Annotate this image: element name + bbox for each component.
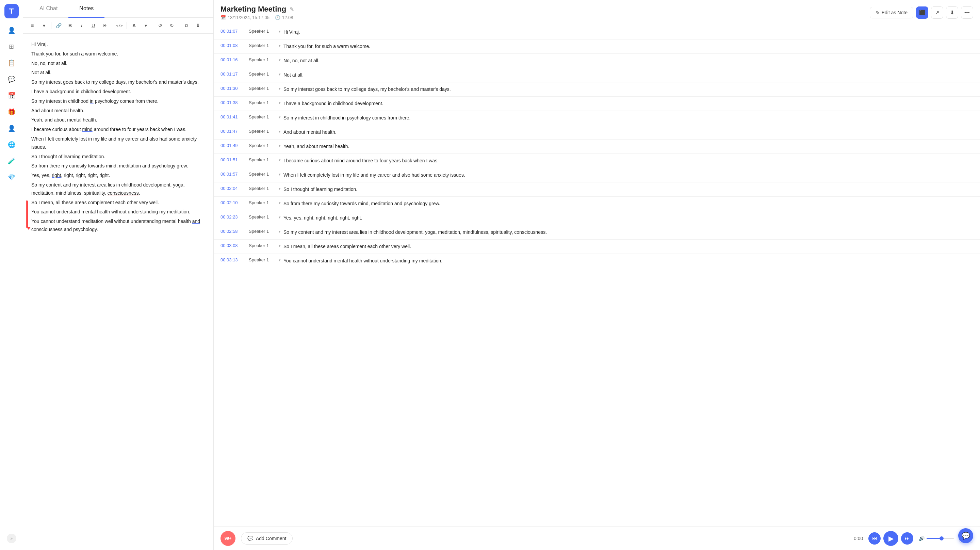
add-comment-button[interactable]: 💬 Add Comment [241,532,293,545]
sidebar-item-document[interactable]: 📋 [5,56,19,70]
transcript-row[interactable]: 00:01:08 Speaker 1 ▾ Thank you for, for … [214,40,980,54]
transcript-time[interactable]: 00:01:07 [221,29,246,34]
transcript-row[interactable]: 00:01:41 Speaker 1 ▾ So my interest in c… [214,111,980,125]
transcript-time[interactable]: 00:03:08 [221,243,246,248]
transcript-time[interactable]: 00:01:38 [221,100,246,105]
transcript-time[interactable]: 00:01:51 [221,157,246,163]
rewind-icon: ⏮ [872,536,877,542]
link-button[interactable]: 🔗 [53,21,64,30]
transcript-time[interactable]: 00:01:47 [221,129,246,134]
editor-line-15: So my content and my interest area lies … [31,181,205,198]
sidebar-collapse-button[interactable]: » [7,534,16,543]
transcript-text: So I thought of learning meditation. [283,186,973,193]
error-indicator [26,201,28,228]
transcript-time[interactable]: 00:02:04 [221,186,246,191]
sidebar-item-user[interactable]: 👤 [5,121,19,136]
save-icon: ⬛ [919,10,926,16]
share-icon: ↗ [935,10,940,16]
transcript-row[interactable]: 00:01:17 Speaker 1 ▾ Not at all. [214,68,980,82]
transcript-speaker: Speaker 1 [249,86,276,91]
sidebar-item-grid[interactable]: ⊞ [5,40,19,54]
rewind-button[interactable]: ⏮ [869,532,881,545]
download-button[interactable]: ⬇ [946,6,958,19]
transcript-time[interactable]: 00:03:13 [221,257,246,262]
tab-notes[interactable]: Notes [68,0,105,18]
strikethrough-button[interactable]: S [100,21,110,30]
transcript-row[interactable]: 00:01:47 Speaker 1 ▾ And about mental he… [214,125,980,140]
transcript-time[interactable]: 00:01:49 [221,143,246,148]
fast-forward-button[interactable]: ⏭ [901,532,913,545]
redo-icon: ↻ [170,23,174,28]
volume-track[interactable] [927,538,954,539]
text-color-button[interactable]: A [129,21,139,30]
more-button[interactable]: ••• [961,6,973,19]
transcript-row[interactable]: 00:02:10 Speaker 1 ▾ So from there my cu… [214,197,980,211]
edit-as-note-button[interactable]: ✎ Edit as Note [870,7,913,18]
transcript-row[interactable]: 00:02:04 Speaker 1 ▾ So I thought of lea… [214,182,980,197]
transcript-row[interactable]: 00:01:57 Speaker 1 ▾ When I felt complet… [214,168,980,182]
volume-thumb[interactable] [940,536,943,540]
transcript-row[interactable]: 00:01:49 Speaker 1 ▾ Yeah, and about men… [214,140,980,154]
transcript-row[interactable]: 00:01:30 Speaker 1 ▾ So my interest goes… [214,82,980,97]
export-button[interactable]: ⬇ [193,21,203,30]
chevron-icon: ▾ [279,172,281,177]
sidebar-item-calendar[interactable]: 📅 [5,88,19,103]
sidebar-item-diamond[interactable]: 💎 [5,170,19,185]
play-button[interactable]: ▶ [883,531,898,546]
undo-button[interactable]: ↺ [155,21,165,30]
bold-icon: B [68,23,72,28]
transcript-time[interactable]: 00:02:58 [221,229,246,234]
player-time: 0:00 [854,536,863,541]
transcript-time[interactable]: 00:01:08 [221,43,246,48]
transcript-row[interactable]: 00:01:07 Speaker 1 ▾ Hi Viraj. [214,25,980,40]
redo-button[interactable]: ↻ [167,21,177,30]
transcript-row[interactable]: 00:03:08 Speaker 1 ▾ So I mean, all thes… [214,240,980,254]
chevron-icon: ▾ [279,201,281,205]
media-player: 99+ 💬 Add Comment 0:00 ⏮ ▶ ⏭ 🔊 1x [214,526,980,550]
align-button[interactable]: ≡ [27,21,37,30]
chevron-icon: ▾ [279,230,281,234]
align-dropdown-button[interactable]: ▾ [39,21,49,30]
chat-bubble-button[interactable]: 💬 [958,528,973,543]
transcript-time[interactable]: 00:01:30 [221,86,246,91]
sidebar-item-gift[interactable]: 🎁 [5,105,19,119]
transcript-row[interactable]: 00:01:16 Speaker 1 ▾ No, no, not at all. [214,54,980,68]
transcript-time[interactable]: 00:01:17 [221,72,246,77]
sidebar-item-users[interactable]: 👤 [5,23,19,37]
add-comment-label: Add Comment [256,536,286,541]
transcript-row[interactable]: 00:01:38 Speaker 1 ▾ I have a background… [214,97,980,111]
sidebar-item-translate[interactable]: 🌐 [5,137,19,152]
notes-editor[interactable]: Hi Viraj. Thank you for, for such a warm… [23,34,213,550]
transcript-time[interactable]: 00:01:16 [221,57,246,62]
chat-bubble-icon: 💬 [962,532,970,540]
chat-icon: 💬 [8,76,15,83]
transcript-text: So my content and my interest area lies … [283,229,973,236]
save-button[interactable]: ⬛ [916,6,928,19]
transcript-row[interactable]: 00:02:58 Speaker 1 ▾ So my content and m… [214,225,980,240]
share-button[interactable]: ↗ [931,6,943,19]
transcript-row[interactable]: 00:02:23 Speaker 1 ▾ Yes, yes, right, ri… [214,211,980,225]
copy-button[interactable]: ⧉ [181,21,192,30]
sidebar-item-lab[interactable]: 🧪 [5,154,19,168]
transcript-time[interactable]: 00:02:23 [221,214,246,220]
app-logo[interactable]: T [5,4,19,18]
text-color-dropdown[interactable]: ▾ [140,21,151,30]
underline-button[interactable]: U [88,21,98,30]
italic-button[interactable]: I [76,21,87,30]
edit-title-icon[interactable]: ✎ [290,6,294,13]
left-panel: AI Chat Notes ≡ ▾ 🔗 B I U S </> A [23,0,214,550]
transcript-time[interactable]: 00:01:57 [221,172,246,177]
comment-badge[interactable]: 99+ [221,531,235,546]
code-button[interactable]: </> [115,21,124,30]
bold-button[interactable]: B [65,21,75,30]
tab-ai-chat[interactable]: AI Chat [29,0,68,18]
transcript-time[interactable]: 00:01:41 [221,114,246,120]
transcript-text: No, no, not at all. [283,57,973,64]
transcript-time[interactable]: 00:02:10 [221,200,246,205]
comment-icon: 💬 [247,536,253,541]
sidebar-item-chat[interactable]: 💬 [5,72,19,86]
transcript-row[interactable]: 00:01:51 Speaker 1 ▾ I became curious ab… [214,154,980,168]
gift-icon: 🎁 [8,108,15,116]
transcript-row[interactable]: 00:03:13 Speaker 1 ▾ You cannot understa… [214,254,980,268]
text-color-icon: A [132,23,136,28]
